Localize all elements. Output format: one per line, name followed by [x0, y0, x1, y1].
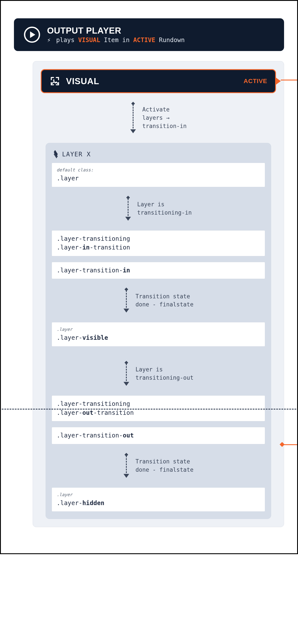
visual-flow-panel: VISUAL IS DEACTIVATED VISUAL ACTIVE: [33, 61, 284, 527]
layer-x-panel: LAYER X default class: .layer Layer is t…: [45, 143, 271, 519]
arrow-done-out: Transition state done - finalstate: [52, 454, 265, 478]
visual-title: VISUAL: [66, 76, 99, 86]
arrow-done-in: Transition state done - finalstate: [52, 288, 265, 312]
bolt-icon: ⚡: [47, 36, 51, 44]
diamond-icon: [280, 442, 285, 447]
arrow-transitioning-out: Layer is transitioning-out: [52, 362, 265, 386]
output-player-header: OUTPUT PLAYER ⚡ plays VISUAL Item in ACT…: [14, 18, 284, 51]
class-out-transitioning-box: .layer-transitioning .layer-out-transiti…: [52, 396, 265, 421]
class-hidden-box: .layer .layer-hidden: [52, 488, 265, 512]
layers-icon: [53, 152, 59, 157]
svg-point-0: [53, 80, 54, 81]
class-transition-in-box: .layer-transition-in: [52, 262, 265, 279]
visual-bar: VISUAL ACTIVE: [41, 69, 276, 93]
output-player-title: OUTPUT PLAYER: [47, 26, 185, 36]
default-class-box: default class: .layer: [52, 163, 265, 187]
class-in-transitioning-box: .layer-transitioning .layer-in-transitio…: [52, 230, 265, 256]
visual-active-badge: ACTIVE: [244, 78, 267, 84]
deactivation-rail: VISUAL IS DEACTIVATED: [284, 61, 298, 445]
class-visible-box: .layer .layer-visible: [52, 322, 265, 346]
output-player-subtitle: ⚡ plays VISUAL Item in ACTIVE Rundown: [47, 36, 185, 44]
arrow-transitioning-in: Layer is transitioning-in: [52, 197, 265, 221]
class-transition-out-box: .layer-transition-out: [52, 427, 265, 444]
layer-x-header: LAYER X: [52, 150, 265, 163]
play-icon: [24, 26, 40, 43]
connector-right-icon: [276, 78, 281, 84]
arrow-activate-layers: Activate layers → transition-in: [41, 103, 276, 133]
image-icon: [49, 76, 60, 86]
midline-divider: [2, 409, 296, 410]
